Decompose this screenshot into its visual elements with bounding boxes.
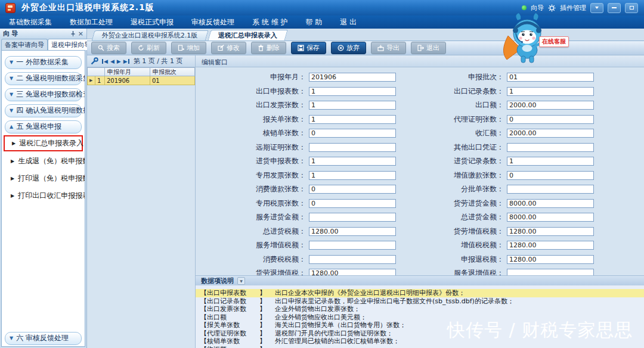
form-field-input[interactable] [309,241,396,250]
refresh-button[interactable]: 刷新 [131,42,166,54]
online-service-sign[interactable]: 在线客服 [539,36,569,47]
exit-button[interactable]: 退出 [411,42,446,54]
form-field-input[interactable] [309,115,396,124]
skin-dropdown-button[interactable] [590,3,603,13]
add-button[interactable]: 增加 [171,42,206,54]
menu-item[interactable]: 退税正式申报 [122,15,182,29]
sidebar-section[interactable]: ▼ 三 免退税申报数据检查 [5,88,82,101]
form-row: 申报批次： [396,70,594,85]
form-field-input[interactable] [309,185,396,194]
form-field-input[interactable] [309,171,396,180]
sidebar-tab[interactable]: 备案申请向导 [1,39,48,50]
sidebar-section[interactable]: ▼ 四 确认免退税明细数据 [5,104,82,117]
menu-item[interactable]: 帮 助 [296,15,331,29]
form-field-input[interactable] [507,157,594,166]
grid-header-batch[interactable]: 申报批次 [150,67,195,76]
arrow-icon: ▶ [12,141,16,146]
form-field-input[interactable] [507,185,594,194]
sidebar-subitem[interactable]: ▶ 生成退（免）税申报数据 [2,153,85,170]
menu-item[interactable]: 基础数据采集 [0,15,61,29]
last-page-button[interactable]: ▶ [123,58,129,64]
edit-icon [218,45,224,51]
form-field-input[interactable] [309,213,396,222]
tab-summary-entry[interactable]: 退税汇总申报表录入 [208,30,287,41]
form-field-input[interactable] [507,213,594,222]
form-row: 总进货金额： [396,210,594,225]
pin-icon[interactable] [70,30,76,37]
export-button[interactable]: 导出 [371,42,406,54]
sidebar-section-bottom[interactable]: ▼ 六 审核反馈处理 [5,332,82,345]
cell-year-month: 201906 [105,76,150,85]
sidebar-subitem[interactable]: ▶ 退税汇总申报表录入 [4,135,83,151]
sidebar-section-label: 四 确认免退税明细数据 [16,105,85,116]
row-marker-icon: ▶ [87,76,95,85]
form-field-label: 总进货金额： [396,212,507,222]
maximize-button[interactable] [625,3,638,13]
form-field-input[interactable] [309,255,396,264]
form-field-input[interactable] [507,101,594,110]
sidebar-section[interactable]: ▼ 二 免退税明细数据采集 [5,72,82,85]
form-field-input[interactable] [507,87,594,96]
sidebar-subitem[interactable]: ▶ 打印退（免）税申报数据 [2,170,85,187]
tab-home[interactable]: 外贸企业出口退税申报系统2.1版 [92,30,208,41]
form-row: 专用税票张数： [196,197,396,211]
wrench-icon[interactable] [91,57,98,65]
form-field-input[interactable] [309,143,396,152]
delete-button[interactable]: 删除 [251,42,286,54]
form-field-input[interactable] [507,129,594,138]
menu-item[interactable]: 审核反馈处理 [182,15,243,29]
form-field-input[interactable] [309,101,396,110]
menu-item[interactable]: 系 统 维 护 [243,15,296,29]
discard-button[interactable]: 放弃 [331,42,366,54]
form-field-input[interactable] [309,227,396,236]
form-field-input[interactable] [507,199,594,208]
form-field-input[interactable] [507,143,594,152]
minimize-button[interactable] [608,3,621,13]
chevron-icon: ▲ [10,124,13,129]
chevron-icon: ▼ [10,60,13,65]
sidebar-close-button[interactable]: × [78,31,83,37]
save-button[interactable]: 保存 [291,42,326,54]
first-page-button[interactable]: ◀ [102,58,108,64]
form-row: 出口发票张数： [196,98,396,113]
customer-service-mascot[interactable]: 在线客服 [490,11,574,66]
sidebar-subitem[interactable]: ▶ 打印出口收汇申报报表 [2,187,85,204]
form-field-input[interactable] [309,199,396,208]
form-field-input[interactable] [309,73,396,82]
description-panel-header: 数据项说明 ▼ [196,276,644,285]
grid-header-year-month[interactable]: 申报年月 [105,67,150,76]
form-field-input[interactable] [507,269,594,275]
menu-item[interactable]: 数据加工处理 [61,15,122,29]
chevron-icon: ▼ [10,76,13,81]
form-field-input[interactable] [507,115,594,124]
form-field-label: 申报退税额： [396,254,507,265]
form-field-input[interactable] [507,241,594,250]
form-field-input[interactable] [309,269,396,275]
sidebar-section-label: 三 免退税申报数据检查 [16,89,85,100]
sidebar-section[interactable]: ▲ 五 免退税申报 [5,120,82,133]
next-page-button[interactable]: ▶ [117,58,121,64]
form-row: 消费税税额： [196,253,396,267]
form-field-input[interactable] [309,87,396,96]
form-field-input[interactable] [507,255,594,264]
chevron-down-icon: ▼ [240,279,243,283]
search-icon [98,45,104,51]
form-field-input[interactable] [507,73,594,82]
form-field-input[interactable] [507,171,594,180]
form-field-input[interactable] [309,129,396,138]
form-row: 货劳退增值税： [196,266,396,275]
search-button[interactable]: 搜索 [91,42,126,54]
sidebar-section[interactable]: ▼ 一 外部数据采集 [5,56,82,69]
chevron-icon: ▼ [10,108,13,113]
collapse-button[interactable]: ▼ [237,277,245,285]
form-field-label: 出口记录条数： [396,86,507,97]
form-field-label: 增值税税额： [396,240,507,250]
form-field-input[interactable] [507,227,594,236]
menu-item[interactable]: 退 出 [331,15,366,29]
form-row: 消费缴款张数： [196,182,396,197]
modify-button[interactable]: 修改 [211,42,246,54]
prev-page-button[interactable]: ◀ [110,58,114,64]
form-field-label: 分批单张数： [396,184,507,194]
grid-selected-row[interactable]: ▶ 1 201906 01 [87,76,195,85]
form-field-input[interactable] [309,157,396,166]
